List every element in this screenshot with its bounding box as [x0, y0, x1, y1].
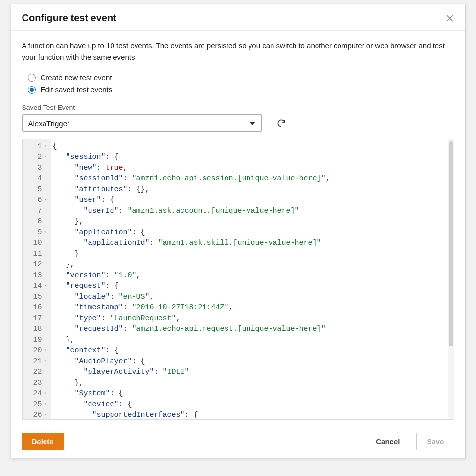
json-editor[interactable]: 1▾2▾3456▾789▾1011121314▾151617181920▾21▾… — [22, 139, 454, 420]
gutter-line: 15 — [23, 292, 47, 303]
code-line[interactable]: "sessionId": "amzn1.echo-api.session.[un… — [53, 173, 454, 184]
fold-icon[interactable]: ▾ — [43, 346, 47, 356]
save-button[interactable]: Save — [416, 433, 454, 450]
code-line[interactable]: }, — [53, 335, 454, 346]
code-line[interactable]: "application": { — [53, 227, 454, 238]
code-line[interactable]: } — [53, 249, 454, 260]
gutter-line: 6▾ — [23, 195, 47, 206]
gutter-line: 3 — [23, 163, 47, 173]
gutter-line: 23 — [23, 378, 47, 389]
cancel-button[interactable]: Cancel — [366, 433, 409, 450]
event-mode-radio-group: Create new test event Edit saved test ev… — [28, 73, 454, 94]
configure-test-event-modal: Configure test event A function can have… — [11, 4, 466, 458]
saved-test-event-select[interactable]: AlexaTrigger — [22, 114, 262, 132]
modal-title: Configure test event — [22, 12, 116, 23]
code-line[interactable]: "playerActivity": "IDLE" — [53, 367, 454, 378]
gutter-line: 10 — [23, 238, 47, 249]
fold-icon[interactable]: ▾ — [43, 281, 47, 292]
gutter-line: 17 — [23, 313, 47, 324]
fold-icon[interactable]: ▾ — [43, 389, 47, 399]
gutter-line: 13 — [23, 270, 47, 281]
code-line[interactable]: "type": "LaunchRequest", — [53, 313, 454, 324]
delete-button[interactable]: Delete — [22, 433, 64, 450]
radio-edit-saved[interactable]: Edit saved test events — [28, 86, 454, 94]
gutter-line: 20▾ — [23, 346, 47, 356]
code-line[interactable]: "applicationId": "amzn1.ask.skill.[uniqu… — [53, 238, 454, 249]
code-line[interactable]: "locale": "en-US", — [53, 292, 454, 303]
code-line[interactable]: "version": "1.0", — [53, 270, 454, 281]
code-line[interactable]: }, — [53, 216, 454, 227]
gutter-line: 22 — [23, 367, 47, 378]
gutter-line: 26▾ — [23, 410, 47, 421]
gutter-line: 5 — [23, 184, 47, 195]
gutter-line: 21▾ — [23, 356, 47, 367]
code-line[interactable]: }, — [53, 378, 454, 389]
fold-icon[interactable]: ▾ — [43, 399, 47, 410]
radio-label: Edit saved test events — [41, 86, 113, 94]
radio-icon — [28, 74, 36, 82]
chevron-down-icon — [249, 122, 255, 125]
fold-icon[interactable]: ▾ — [43, 195, 47, 206]
code-line[interactable]: "supportedInterfaces": { — [53, 410, 454, 419]
gutter-line: 18 — [23, 324, 47, 335]
select-value: AlexaTrigger — [28, 119, 69, 128]
gutter-line: 14▾ — [23, 281, 47, 292]
code-line[interactable]: "new": true, — [53, 163, 454, 173]
radio-create-new[interactable]: Create new test event — [28, 73, 454, 82]
code-line[interactable]: "attributes": {}, — [53, 184, 454, 195]
fold-icon[interactable]: ▾ — [43, 410, 47, 421]
modal-description: A function can have up to 10 test events… — [22, 41, 454, 63]
gutter-line: 9▾ — [23, 227, 47, 238]
code-line[interactable]: }, — [53, 260, 454, 270]
modal-header: Configure test event — [11, 4, 465, 31]
radio-icon — [28, 86, 36, 94]
code-line[interactable]: "request": { — [53, 281, 454, 292]
scrollbar-track[interactable] — [448, 139, 454, 419]
gutter-line: 12 — [23, 260, 47, 270]
gutter-line: 1▾ — [23, 141, 47, 152]
gutter-line: 19 — [23, 335, 47, 346]
code-line[interactable]: "AudioPlayer": { — [53, 356, 454, 367]
fold-icon[interactable]: ▾ — [43, 356, 47, 367]
fold-icon[interactable]: ▾ — [43, 227, 47, 238]
close-icon[interactable] — [445, 13, 454, 23]
code-line[interactable]: "session": { — [53, 152, 454, 163]
code-line[interactable]: "context": { — [53, 346, 454, 356]
code-line[interactable]: "device": { — [53, 399, 454, 410]
saved-test-event-label: Saved Test Event — [22, 104, 454, 111]
modal-body: A function can have up to 10 test events… — [11, 31, 465, 422]
code-line[interactable]: "requestId": "amzn1.echo-api.request.[un… — [53, 324, 454, 335]
gutter-line: 25▾ — [23, 399, 47, 410]
refresh-icon[interactable] — [276, 118, 286, 128]
gutter-line: 4 — [23, 173, 47, 184]
gutter-line: 24▾ — [23, 389, 47, 399]
code-line[interactable]: "userId": "amzn1.ask.account.[unique-val… — [53, 206, 454, 216]
editor-code[interactable]: { "session": { "new": true, "sessionId":… — [51, 139, 454, 419]
fold-icon[interactable]: ▾ — [43, 141, 47, 152]
modal-footer: Delete Cancel Save — [11, 426, 465, 458]
gutter-line: 7 — [23, 206, 47, 216]
gutter-line: 11 — [23, 249, 47, 260]
gutter-line: 16 — [23, 303, 47, 313]
scrollbar-thumb[interactable] — [449, 141, 453, 346]
code-line[interactable]: { — [53, 141, 454, 152]
gutter-line: 2▾ — [23, 152, 47, 163]
editor-gutter: 1▾2▾3456▾789▾1011121314▾151617181920▾21▾… — [23, 139, 51, 419]
code-line[interactable]: "timestamp": "2016-10-27T18:21:44Z", — [53, 303, 454, 313]
saved-test-event-row: AlexaTrigger — [22, 114, 454, 132]
code-line[interactable]: "user": { — [53, 195, 454, 206]
fold-icon[interactable]: ▾ — [43, 152, 47, 163]
gutter-line: 8 — [23, 216, 47, 227]
radio-label: Create new test event — [41, 73, 112, 82]
code-line[interactable]: "System": { — [53, 389, 454, 399]
